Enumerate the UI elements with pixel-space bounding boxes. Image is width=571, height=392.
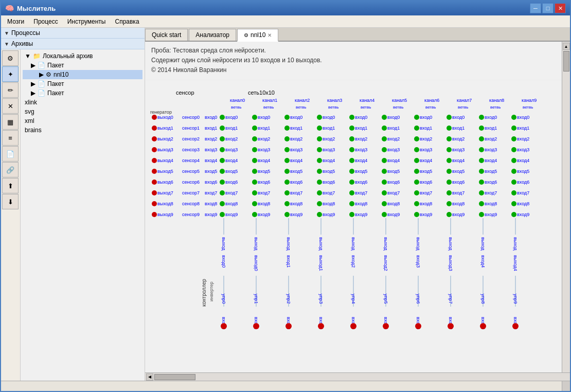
scroll-up-btn[interactable]: ▲ — [563, 43, 570, 50]
svg-point-250 — [382, 212, 387, 217]
menu-instruments[interactable]: Инструменты — [63, 17, 110, 26]
svg-text:выход5: выход5 — [157, 169, 173, 174]
svg-text:вход9: вход9 — [517, 212, 529, 217]
svg-text:выход: выход — [318, 237, 324, 251]
tab-nnl10[interactable]: ⚙ nnl10 ✕ — [237, 29, 278, 42]
tree-brains[interactable]: brains — [23, 126, 142, 135]
tool-link-btn[interactable]: 🔗 — [2, 162, 19, 177]
svg-text:вход1: вход1 — [355, 126, 367, 131]
packet3-doc-icon: 📄 — [38, 90, 45, 97]
minimize-button[interactable]: ─ — [530, 3, 541, 13]
svg-point-322 — [286, 323, 292, 329]
left-panel: ▼ Процессы ▼ Архивы ⚙ ✦ ✏ ✕ ▦ ≡ — [1, 28, 145, 381]
tool-active-btn[interactable]: ✦ — [2, 66, 19, 82]
xlink-label: xlink — [25, 99, 37, 106]
svg-text:вход2: вход2 — [225, 136, 238, 141]
svg-point-192 — [220, 190, 225, 195]
menu-spravka[interactable]: Справка — [111, 17, 143, 26]
svg-text:ветвь: ветвь — [263, 105, 274, 110]
svg-point-84 — [414, 136, 419, 141]
tree-local-archive[interactable]: ▼ 📁 Локальный архив — [23, 51, 142, 61]
scroll-left-btn[interactable]: ◀ — [146, 373, 153, 381]
svg-text:вход4: вход4 — [452, 158, 465, 163]
archives-section[interactable]: ▼ Архивы — [1, 39, 145, 49]
svg-text:вход3: вход3 — [387, 147, 400, 152]
tree-packet1[interactable]: ▶ 📄 Пакет — [23, 61, 142, 70]
svg-text:вход7: вход7 — [420, 190, 432, 195]
svg-text:вход1: вход1 — [205, 126, 217, 131]
tool-delete-btn[interactable]: ✕ — [2, 98, 19, 114]
svg-point-246 — [317, 212, 322, 217]
svg-text:вход0: вход0 — [323, 115, 335, 120]
svg-text:выход1: выход1 — [318, 255, 324, 271]
svg-text:вход2: вход2 — [420, 136, 432, 141]
svg-text:вход8: вход8 — [517, 201, 529, 206]
tree-packet3[interactable]: ▶ 📄 Пакет — [23, 88, 142, 98]
svg-text:сенсор7: сенсор7 — [182, 190, 200, 195]
info-section: Проба: Тестовая среда слоя нейросети. Со… — [145, 42, 562, 80]
horizontal-scrollbar[interactable]: ◀ — [145, 372, 570, 381]
tool-upload-btn[interactable]: ⬆ — [2, 178, 19, 193]
tool-grid-btn[interactable]: ▦ — [2, 114, 19, 130]
svg-text:вход5: вход5 — [420, 169, 432, 174]
menu-process[interactable]: Процесс — [29, 17, 62, 26]
svg-text:вход3: вход3 — [452, 147, 465, 152]
svg-text:вход6: вход6 — [355, 180, 367, 185]
svg-point-252 — [414, 212, 419, 217]
svg-text:вход6: вход6 — [517, 180, 529, 185]
svg-text:вход2: вход2 — [205, 136, 217, 141]
svg-point-200 — [349, 190, 354, 195]
svg-point-86 — [447, 136, 452, 141]
folder-icon: 📁 — [33, 52, 41, 60]
info-line1: Проба: Тестовая среда слоя нейросети. — [151, 46, 556, 56]
svg-text:вход7: вход7 — [323, 190, 335, 195]
tree-svg[interactable]: svg — [23, 107, 142, 116]
scroll-hthumb[interactable] — [154, 374, 195, 380]
tree-packet2[interactable]: ▶ 📄 Пакет — [23, 79, 142, 88]
svg-text:вход4: вход4 — [258, 158, 270, 163]
svg-text:вход9: вход9 — [323, 212, 335, 217]
svg-text:вход6: вход6 — [387, 180, 400, 185]
tool-download-btn[interactable]: ⬇ — [2, 194, 19, 209]
tool-edit-btn[interactable]: ✏ — [2, 82, 19, 98]
svg-point-144 — [220, 169, 225, 174]
svg-point-126 — [317, 158, 322, 163]
svg-text:выход: выход — [286, 237, 291, 251]
tool-lines-btn[interactable]: ≡ — [2, 130, 19, 146]
svg-text:вход4: вход4 — [205, 158, 217, 163]
svg-text:ветвь: ветвь — [393, 105, 403, 110]
processes-section[interactable]: ▼ Процессы — [1, 28, 145, 39]
menu-mozgi[interactable]: Мозги — [3, 17, 28, 26]
svg-text:вход9: вход9 — [258, 212, 270, 217]
svg-point-206 — [447, 190, 452, 195]
svg-text:генератор: генератор — [150, 110, 172, 115]
svg-text:сенсор6: сенсор6 — [182, 180, 200, 185]
svg-text:вход2: вход2 — [258, 136, 270, 141]
svg-text:вход0: вход0 — [355, 115, 367, 120]
svg-point-38 — [447, 115, 452, 120]
tool-doc-btn[interactable]: 📄 — [2, 146, 19, 162]
tool-net-btn[interactable]: ⚙ — [2, 50, 19, 66]
left-toolbar: ⚙ ✦ ✏ ✕ ▦ ≡ 📄 🔗 ⬆ ⬇ — [1, 49, 21, 381]
svg-text:вход0: вход0 — [387, 115, 400, 120]
svg-text:вход7: вход7 — [452, 190, 465, 195]
svg-point-64 — [479, 126, 484, 131]
svg-text:упр8: упр8 — [480, 294, 486, 304]
svg-text:упр5: упр5 — [383, 294, 388, 304]
svg-point-184 — [479, 180, 484, 185]
svg-point-34 — [382, 115, 387, 120]
tab-close-icon[interactable]: ✕ — [267, 32, 272, 38]
tree-nnl10[interactable]: ▶ ⚙ nnl10 — [23, 70, 142, 79]
close-button[interactable]: ✕ — [555, 3, 566, 13]
svg-text:вход3: вход3 — [420, 147, 432, 152]
scroll-thumb[interactable] — [563, 51, 569, 72]
maximize-button[interactable]: □ — [542, 3, 554, 13]
tree-xml[interactable]: xml — [23, 116, 142, 126]
tree-xlink[interactable]: xlink — [23, 98, 142, 107]
svg-text:вход1: вход1 — [286, 255, 291, 268]
tab-quickstart[interactable]: Quick start — [145, 29, 188, 41]
vertical-scrollbar[interactable]: ▲ — [562, 42, 570, 372]
tab-analyzer[interactable]: Анализатор — [189, 29, 236, 41]
svg-point-110 — [447, 147, 452, 152]
svg-point-234 — [511, 201, 516, 206]
